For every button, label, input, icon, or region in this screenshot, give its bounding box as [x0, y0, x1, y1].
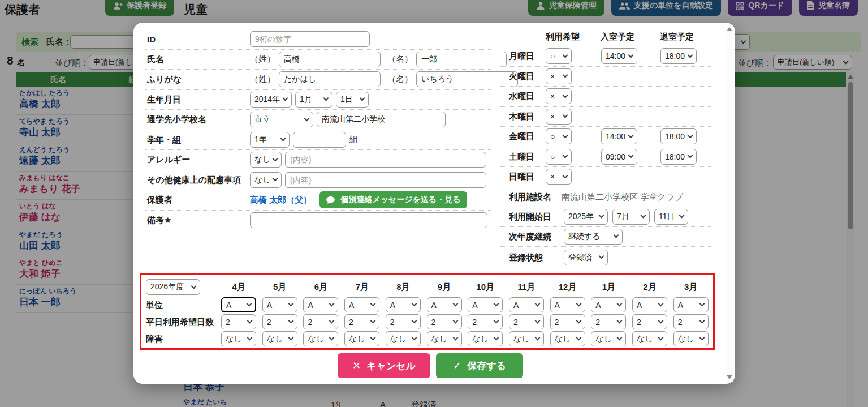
chevron-down-icon [699, 335, 705, 341]
status-select[interactable]: 登録済 [564, 250, 608, 265]
weekday-count-select-4月[interactable]: 2 [221, 314, 256, 329]
id-input[interactable] [250, 31, 370, 47]
disability-select-3月[interactable]: なし [673, 331, 709, 346]
weekday-count-select-7月[interactable]: 2 [344, 314, 379, 329]
chevron-down-icon [563, 173, 568, 178]
unit-select-12月[interactable]: A [550, 297, 585, 312]
chevron-down-icon [191, 283, 197, 289]
month-header: 10月 [465, 279, 506, 295]
birth-year-select[interactable]: 2014年 [250, 92, 292, 108]
save-button[interactable]: ✓ 保存する [436, 353, 523, 378]
continue-label: 次年度継続 [509, 231, 551, 242]
allergy-detail-input[interactable] [285, 152, 486, 168]
weekday-count-select-5月[interactable]: 2 [262, 314, 297, 329]
weekday-count-select-8月[interactable]: 2 [386, 314, 421, 329]
unit-select-10月[interactable]: A [468, 297, 503, 312]
exit-time-select[interactable]: 18:00 [660, 149, 697, 165]
start-year-select[interactable]: 2025年 [564, 209, 608, 225]
disability-select-4月[interactable]: なし [221, 331, 256, 346]
exit-time-select[interactable]: 18:00 [660, 48, 697, 64]
disability-select-9月[interactable]: なし [427, 331, 462, 346]
sei-input[interactable] [279, 52, 381, 67]
entry-header: 入室予定 [595, 32, 640, 42]
disability-select-1月[interactable]: なし [591, 331, 626, 346]
continue-select[interactable]: 継続する [564, 229, 623, 245]
schedule-row-3: 水曜日× [500, 87, 711, 107]
weekday-count-select-11月[interactable]: 2 [509, 314, 544, 329]
disability-select-11月[interactable]: なし [509, 331, 544, 346]
id-label: ID [147, 35, 156, 44]
disability-select-5月[interactable]: なし [262, 331, 297, 346]
schedule-header-row: 利用希望 入室予定 退室予定 [500, 29, 711, 46]
cancel-button[interactable]: ✕ キャンセル [338, 353, 430, 378]
unit-select-9月[interactable]: A [427, 297, 462, 312]
unit-select-5月[interactable]: A [262, 297, 297, 312]
grade-select[interactable]: 1年 [250, 132, 290, 148]
wish-select[interactable]: × [546, 109, 572, 125]
schedule-row-1: 月曜日○14:0018:00 [500, 46, 711, 67]
wish-select[interactable]: ○ [546, 48, 572, 64]
wish-select[interactable]: ○ [546, 149, 572, 165]
unit-select-1月[interactable]: A [591, 297, 626, 312]
unit-select-3月[interactable]: A [673, 297, 709, 312]
message-button[interactable]: 個別連絡メッセージを送る・見る [319, 191, 467, 208]
disability-select-7月[interactable]: なし [344, 331, 379, 346]
weekday-count-select-1月[interactable]: 2 [591, 314, 626, 329]
chevron-down-icon [617, 301, 623, 307]
wish-select[interactable]: × [546, 88, 572, 104]
disability-select-12月[interactable]: なし [550, 331, 585, 346]
mei-label: （名） [387, 74, 413, 85]
mei-input[interactable] [416, 52, 507, 67]
scroll-up-icon[interactable] [727, 27, 732, 31]
scroll-down-icon[interactable] [727, 375, 732, 379]
unit-select-4月[interactable]: A [221, 297, 256, 312]
unit-select-2月[interactable]: A [632, 297, 667, 312]
modal-scrollbar[interactable] [726, 25, 733, 382]
start-day-select[interactable]: 11日 [654, 209, 688, 225]
weekday-count-select-6月[interactable]: 2 [303, 314, 338, 329]
disability-select-2月[interactable]: なし [632, 331, 667, 346]
chevron-down-icon [360, 96, 365, 101]
kumi-input[interactable] [293, 132, 346, 148]
weekday-count-select-10月[interactable]: 2 [468, 314, 503, 329]
birth-day-select[interactable]: 1日 [336, 92, 369, 108]
month-header: 6月 [300, 279, 341, 295]
entry-time-select[interactable]: 09:00 [601, 149, 637, 165]
disability-select-10月[interactable]: なし [468, 331, 503, 346]
unit-select-11月[interactable]: A [509, 297, 544, 312]
weekday-count-select-2月[interactable]: 2 [632, 314, 667, 329]
entry-time-select[interactable]: 14:00 [601, 48, 637, 64]
exit-time-select[interactable]: 18:00 [660, 128, 697, 144]
memo-label: 備考★ [147, 215, 171, 225]
allergy-select[interactable]: なし [250, 152, 282, 168]
memo-input[interactable] [250, 212, 487, 228]
school-name-input[interactable] [317, 112, 446, 127]
school-type-select[interactable]: 市立 [250, 112, 313, 127]
chevron-down-icon [563, 132, 568, 138]
entry-time-select[interactable]: 14:00 [601, 128, 637, 144]
weekday-count-select-12月[interactable]: 2 [550, 314, 585, 329]
chevron-down-icon [658, 301, 664, 307]
health-select[interactable]: なし [250, 172, 282, 188]
wish-select[interactable]: ○ [546, 128, 572, 144]
chevron-down-icon [494, 301, 499, 307]
form-row-memo: 備考★ [145, 211, 491, 231]
weekday-count-select-3月[interactable]: 2 [673, 314, 709, 329]
form-row-grade: 学年・組 1年 組 [145, 130, 491, 151]
plan-year-select[interactable]: 2026年度 [146, 279, 200, 295]
disability-select-6月[interactable]: なし [303, 331, 338, 346]
wish-select[interactable]: × [546, 169, 572, 185]
chevron-down-icon [534, 335, 540, 341]
kana-sei-input[interactable] [279, 71, 381, 87]
guardian-link[interactable]: 高橋 太郎（父） [250, 195, 312, 205]
health-detail-input[interactable] [285, 172, 486, 188]
unit-select-6月[interactable]: A [303, 297, 338, 312]
start-month-select[interactable]: 7月 [612, 209, 650, 225]
birth-month-select[interactable]: 1月 [295, 92, 332, 108]
unit-select-7月[interactable]: A [344, 297, 379, 312]
disability-select-8月[interactable]: なし [386, 331, 421, 346]
wish-select[interactable]: × [546, 68, 572, 84]
weekday-count-select-9月[interactable]: 2 [427, 314, 462, 329]
unit-select-8月[interactable]: A [386, 297, 421, 312]
continue-row: 次年度継続 継続する [500, 227, 711, 247]
